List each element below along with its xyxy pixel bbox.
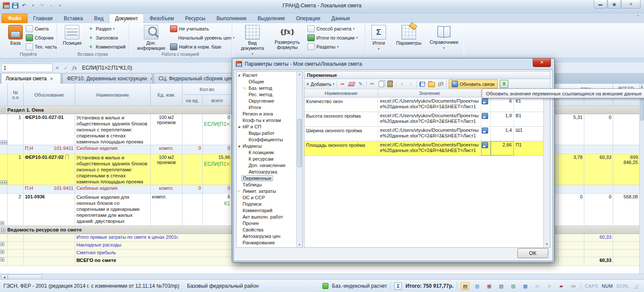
sections-button[interactable]: Разделы▾ bbox=[307, 43, 358, 50]
comment-button[interactable]: +Комментарий bbox=[88, 43, 125, 50]
tab-document[interactable]: Документ bbox=[109, 14, 144, 23]
row-expander[interactable]: + bbox=[0, 249, 8, 257]
tree-item[interactable]: Доп. начисления bbox=[237, 162, 302, 168]
row-expanders[interactable]: ++ bbox=[0, 114, 8, 145]
tree-item[interactable]: К позициям bbox=[237, 149, 302, 155]
tree-item[interactable]: Таблицы bbox=[237, 181, 302, 188]
ribbon-collapse-icon[interactable]: ⌃ bbox=[636, 15, 640, 19]
tab-view[interactable]: Вид bbox=[88, 14, 109, 23]
row-expander[interactable]: + bbox=[0, 242, 8, 249]
tab-operations[interactable]: Операции bbox=[291, 14, 326, 23]
tab-physvolume[interactable]: Физобъем bbox=[144, 14, 179, 23]
tree-item[interactable]: Комментарий bbox=[237, 207, 302, 213]
tree-item[interactable]: К ресурсам bbox=[237, 155, 302, 162]
view-preview-icon[interactable]: ▱ bbox=[533, 282, 541, 290]
tree-item[interactable]: Автозагрузка цен bbox=[237, 233, 302, 239]
close-tab-icon[interactable]: ✕ bbox=[150, 76, 152, 81]
estimate-button[interactable]: Смета bbox=[26, 25, 57, 32]
formula-input[interactable]: ЕСЛИ(П1>2;П1*К1;0) bbox=[82, 65, 132, 71]
tab-file[interactable]: Файл bbox=[2, 14, 27, 23]
expand-formulas-button[interactable]: {ƒx} Развернуть формулы bbox=[270, 25, 304, 50]
ignore-button[interactable]: Не учитывать bbox=[170, 25, 234, 32]
tree-item[interactable]: Итоги bbox=[237, 104, 302, 110]
section-button[interactable]: +Раздел▾ bbox=[88, 25, 125, 32]
position-button[interactable]: Позиция bbox=[58, 25, 87, 46]
name-box[interactable]: 1 bbox=[1, 64, 53, 72]
references-button[interactable]: Справочники▾ bbox=[427, 25, 461, 51]
add-variable-button[interactable]: + Добавить ▾ bbox=[306, 81, 334, 87]
variable-row[interactable]: Ширина оконного проёма excel://C:/Users/… bbox=[304, 127, 550, 141]
heading-button[interactable]: +Заголовок bbox=[88, 34, 125, 41]
tree-item[interactable]: Рес. метод bbox=[237, 91, 302, 97]
minimize-button[interactable]: ▬ bbox=[594, 0, 607, 9]
tab-insert[interactable]: Вставка bbox=[58, 14, 89, 23]
insert-function-icon[interactable]: ƒx bbox=[70, 65, 79, 71]
expand-icon[interactable]: + bbox=[1, 228, 5, 232]
tech-part-button[interactable]: Тех. часть bbox=[26, 43, 57, 50]
tree-item-variables[interactable]: Переменные bbox=[237, 175, 302, 181]
dialog-close-button[interactable]: ✕ bbox=[533, 58, 551, 67]
close-tab-icon[interactable]: ✕ bbox=[50, 76, 53, 81]
view-analysis-icon[interactable]: ▰ bbox=[557, 282, 565, 290]
document-view-button[interactable]: Вид документа▾ bbox=[238, 25, 267, 57]
tab-execution[interactable]: Выполнение bbox=[211, 14, 252, 23]
additional-info-button[interactable]: Доп. информация bbox=[135, 25, 167, 51]
parameters-button[interactable]: Параметры bbox=[392, 25, 425, 46]
totals-button[interactable]: Σ Итоги▾ bbox=[367, 25, 391, 52]
resize-grip[interactable] bbox=[633, 283, 638, 289]
initial-price-level-button[interactable]: Начальный уровень цен▾ bbox=[170, 34, 234, 41]
horizontal-scrollbar[interactable]: ◀ bbox=[0, 274, 644, 280]
tree-item[interactable]: Прочее bbox=[237, 220, 302, 226]
calc-mode-label[interactable]: Баз.-индексный расчет bbox=[332, 283, 387, 289]
scrollbar-thumb[interactable] bbox=[297, 119, 302, 167]
view-resources-icon[interactable]: ▨ bbox=[509, 282, 517, 290]
tree-item[interactable]: ▷Баз. метод bbox=[237, 85, 302, 91]
row-expander[interactable]: + bbox=[0, 257, 8, 266]
tab-home[interactable]: Главная bbox=[27, 14, 58, 23]
tree-item[interactable]: ▷Лимит. затраты bbox=[237, 188, 302, 194]
doc-tab-fer10[interactable]: ФЕР10. Деревянные конструкции✕ bbox=[62, 73, 152, 84]
view-normal-icon[interactable]: ▤ bbox=[461, 282, 469, 290]
view-indexes-icon[interactable]: ≡ bbox=[545, 282, 553, 290]
doc-tab-local-estimate[interactable]: Локальная смета✕ bbox=[1, 73, 61, 84]
variable-row-selected[interactable]: Площадь оконного проёма excel://C:/Users… bbox=[304, 141, 550, 156]
tree-item[interactable]: Ранжирование bbox=[237, 239, 302, 246]
tree-item[interactable]: Общие bbox=[237, 78, 302, 85]
function-icon[interactable]: (ƒ) bbox=[437, 81, 444, 87]
dialog-title-bar[interactable]: Параметры сметы - Мои сметы\Локальная см… bbox=[232, 58, 554, 70]
tab-selection[interactable]: Выделение bbox=[252, 14, 291, 23]
collection-button[interactable]: Сборник bbox=[26, 34, 57, 41]
view-split-icon[interactable]: ▥ bbox=[473, 282, 481, 290]
ok-button[interactable]: OK bbox=[517, 248, 548, 258]
vertical-scrollbar[interactable]: ▲ bbox=[639, 84, 644, 274]
tree-item[interactable]: Акт выполн. работ bbox=[237, 213, 302, 220]
scroll-down-icon[interactable]: ▼ bbox=[297, 242, 302, 247]
position-totals-button[interactable]: Итоги по позиции▾ bbox=[307, 34, 358, 41]
tree-item[interactable]: ◢Расчет bbox=[237, 72, 302, 78]
open-icon[interactable] bbox=[428, 81, 435, 87]
view-compact-icon[interactable]: ▦ bbox=[485, 282, 493, 290]
confirm-formula-icon[interactable]: ✓ bbox=[61, 65, 70, 71]
tree-item[interactable]: Округление bbox=[237, 97, 302, 104]
close-button[interactable]: ✕ bbox=[621, 0, 641, 9]
tree-item[interactable]: Гиперссылки bbox=[237, 246, 302, 248]
variable-row[interactable]: Количество окон excel://C:/Users/vtyukov… bbox=[304, 97, 550, 112]
tree-item[interactable]: Регион и зона bbox=[237, 110, 302, 117]
tree-item[interactable]: Виды работ bbox=[237, 130, 302, 136]
tree-item[interactable]: Свойства bbox=[237, 226, 302, 233]
maximize-button[interactable]: ▣ bbox=[608, 0, 621, 9]
excel-export-icon[interactable]: X bbox=[500, 80, 508, 88]
view-nr-icon[interactable]: ▩ bbox=[521, 282, 529, 290]
tree-item[interactable]: Коэффициенты bbox=[237, 136, 302, 143]
find-in-base-button[interactable]: Найти в норм. базе bbox=[170, 43, 234, 50]
collapse-icon[interactable]: − bbox=[1, 108, 5, 112]
tree-item[interactable]: ◢Индексы bbox=[237, 143, 302, 149]
tree-item[interactable]: Подписи bbox=[237, 201, 302, 207]
tree-item[interactable]: Автозагрузка bbox=[237, 168, 302, 175]
tree-item[interactable]: ◢НР и СП bbox=[237, 123, 302, 130]
row-expanders[interactable]: + bbox=[0, 194, 8, 226]
scroll-up-icon[interactable]: ▲ bbox=[297, 72, 302, 77]
tree-scrollbar[interactable]: ▲ ▼ bbox=[296, 72, 302, 247]
tab-data[interactable]: Данные bbox=[326, 14, 355, 23]
variable-row[interactable]: Высота оконного проёма excel://C:/Users/… bbox=[304, 112, 550, 127]
